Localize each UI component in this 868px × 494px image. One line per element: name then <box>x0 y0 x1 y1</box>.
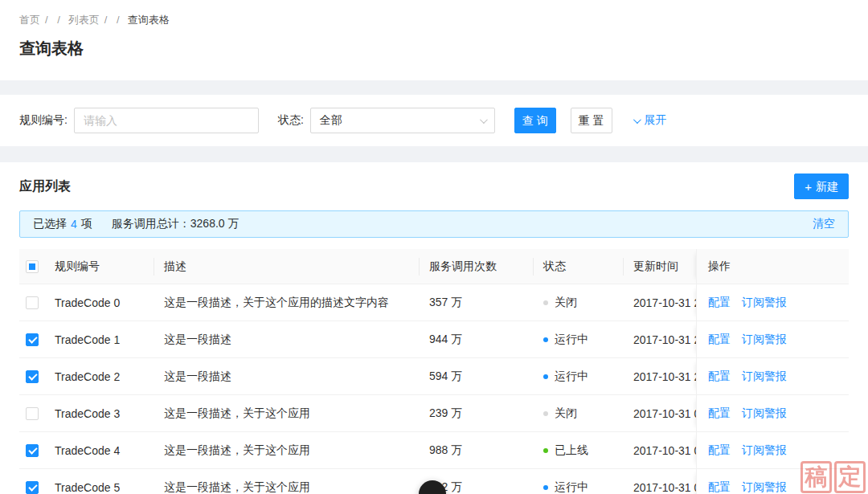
column-header-status: 状态 <box>534 249 624 284</box>
status-cell: 已上线 <box>534 432 624 468</box>
service-calls-cell: 594 万 <box>420 358 534 394</box>
status-label: 运行中 <box>555 480 588 494</box>
selection-alert: 已选择 4 项 服务调用总计：3268.0 万 清空 <box>19 210 849 238</box>
actions-cell: 配置订阅警报 <box>696 321 849 357</box>
selected-prefix: 已选择 <box>33 217 67 231</box>
status-label: 关闭 <box>555 296 577 310</box>
chevron-down-icon <box>633 116 641 124</box>
status-cell: 关闭 <box>534 284 624 320</box>
rule-number-label: 规则编号: <box>19 113 68 128</box>
status-dot-icon <box>543 337 548 342</box>
status-form-item: 状态: 全部 <box>278 108 495 133</box>
breadcrumb-item[interactable]: 首页 <box>19 14 40 26</box>
rule-code-cell: TradeCode 0 <box>45 284 154 320</box>
row-select-cell[interactable] <box>19 284 45 320</box>
total-label: 服务调用总计： <box>112 217 190 230</box>
new-button[interactable]: + 新建 <box>794 174 849 199</box>
status-label: 状态: <box>278 113 304 128</box>
row-checkbox[interactable] <box>26 370 39 383</box>
select-all-cell[interactable] <box>19 249 45 284</box>
row-checkbox[interactable] <box>26 407 39 420</box>
configure-link[interactable]: 配置 <box>708 296 731 310</box>
configure-link[interactable]: 配置 <box>708 406 731 421</box>
row-select-cell[interactable] <box>19 321 45 357</box>
service-calls-cell: 988 万 <box>420 432 534 468</box>
rule-code-cell: TradeCode 4 <box>45 432 154 468</box>
rule-number-input[interactable] <box>74 108 259 133</box>
service-calls-cell: 357 万 <box>420 284 534 320</box>
description-cell: 这是一段描述 <box>154 321 420 357</box>
reset-button[interactable]: 重 置 <box>571 108 612 133</box>
rule-code-cell: TradeCode 1 <box>45 321 154 357</box>
row-select-cell[interactable] <box>19 358 45 394</box>
card-header: 应用列表 + 新建 <box>0 162 868 210</box>
breadcrumb-item[interactable]: 查询表格 <box>128 14 170 26</box>
subscribe-alert-link[interactable]: 订阅警报 <box>742 333 787 347</box>
app-list-card: 应用列表 + 新建 已选择 4 项 服务调用总计：3268.0 万 清空 规则编… <box>0 162 868 494</box>
status-select-value: 全部 <box>320 113 342 128</box>
search-form: 规则编号: 状态: 全部 查 询 重 置 展开 <box>0 95 868 146</box>
list-title: 应用列表 <box>19 178 71 195</box>
table-row: TradeCode 1这是一段描述944 万运行中2017-10-31 24配置… <box>19 321 849 358</box>
row-select-cell[interactable] <box>19 432 45 468</box>
subscribe-alert-link[interactable]: 订阅警报 <box>742 443 787 458</box>
breadcrumb-item[interactable]: 列表页 <box>68 14 100 26</box>
actions-cell: 配置订阅警报 <box>696 395 849 431</box>
rule-code-cell: TradeCode 3 <box>45 395 154 431</box>
status-dot-icon <box>543 448 548 453</box>
breadcrumb: 首页/ /列表页/ /查询表格 <box>19 13 849 27</box>
row-select-cell[interactable] <box>19 395 45 431</box>
expand-link[interactable]: 展开 <box>633 113 667 128</box>
table-body: TradeCode 0这是一段描述，关于这个应用的描述文字内容357 万关闭20… <box>19 284 849 494</box>
subscribe-alert-link[interactable]: 订阅警报 <box>742 369 787 384</box>
configure-link[interactable]: 配置 <box>708 480 731 494</box>
table-header-row: 规则编号 描述 服务调用次数 状态 更新时间 操作 <box>19 249 849 284</box>
status-cell: 运行中 <box>534 321 624 357</box>
row-checkbox[interactable] <box>26 296 39 309</box>
row-checkbox[interactable] <box>26 333 39 346</box>
breadcrumb-separator: / / <box>45 14 63 26</box>
plus-icon: + <box>805 181 812 193</box>
status-dot-icon <box>543 374 548 379</box>
subscribe-alert-link[interactable]: 订阅警报 <box>742 406 787 421</box>
description-cell: 这是一段描述，关于这个应用 <box>154 395 420 431</box>
actions-cell: 配置订阅警报 <box>696 469 849 494</box>
app-table: 规则编号 描述 服务调用次数 状态 更新时间 操作 TradeCode 0这是一… <box>19 249 849 494</box>
configure-link[interactable]: 配置 <box>708 369 731 384</box>
description-cell: 这是一段描述，关于这个应用 <box>154 432 420 468</box>
clear-selection-link[interactable]: 清空 <box>813 217 835 231</box>
status-label: 运行中 <box>555 333 588 347</box>
selected-count: 4 <box>71 218 77 231</box>
status-label: 关闭 <box>555 406 577 421</box>
status-label: 已上线 <box>555 443 588 458</box>
row-select-cell[interactable] <box>19 469 45 494</box>
configure-link[interactable]: 配置 <box>708 443 731 458</box>
configure-link[interactable]: 配置 <box>708 333 731 347</box>
status-dot-icon <box>543 411 548 416</box>
expand-link-label: 展开 <box>645 113 667 128</box>
row-checkbox[interactable] <box>26 481 39 494</box>
select-all-checkbox[interactable] <box>26 260 39 273</box>
status-cell: 运行中 <box>534 469 624 494</box>
rule-number-form-item: 规则编号: <box>19 108 259 133</box>
query-button[interactable]: 查 询 <box>514 108 556 133</box>
column-header-service-calls: 服务调用次数 <box>420 249 534 284</box>
table-row: TradeCode 2这是一段描述594 万运行中2017-10-31 24配置… <box>19 358 849 395</box>
rule-code-cell: TradeCode 2 <box>45 358 154 394</box>
description-cell: 这是一段描述 <box>154 358 420 394</box>
service-calls-total: 服务调用总计：3268.0 万 <box>112 217 240 231</box>
subscribe-alert-link[interactable]: 订阅警报 <box>742 296 787 310</box>
rule-code-cell: TradeCode 5 <box>45 469 154 494</box>
status-cell: 运行中 <box>534 358 624 394</box>
row-checkbox[interactable] <box>26 444 39 457</box>
status-select[interactable]: 全部 <box>310 108 495 133</box>
new-button-label: 新建 <box>816 174 838 198</box>
status-dot-icon <box>543 300 548 305</box>
subscribe-alert-link[interactable]: 订阅警报 <box>742 480 787 494</box>
actions-cell: 配置订阅警报 <box>696 284 849 320</box>
service-calls-cell: 944 万 <box>420 321 534 357</box>
total-value: 3268.0 万 <box>190 217 240 230</box>
service-calls-cell: 239 万 <box>420 395 534 431</box>
actions-cell: 配置订阅警报 <box>696 432 849 468</box>
selected-suffix: 项 <box>81 217 92 231</box>
